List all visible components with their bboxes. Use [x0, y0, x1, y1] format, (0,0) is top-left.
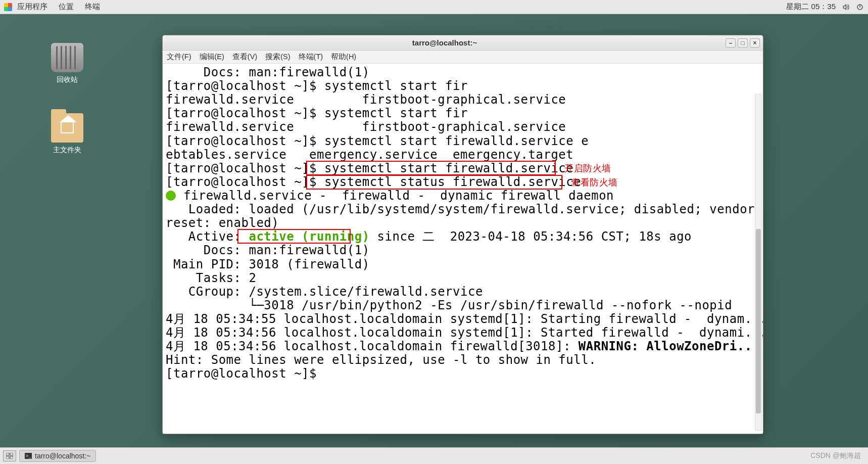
term-line: Tasks: 2: [166, 271, 760, 285]
folder-home-icon: [51, 113, 83, 143]
menu-search[interactable]: 搜索(S): [265, 52, 290, 62]
term-line: firewalld.service firstboot-graphical.se…: [166, 120, 760, 134]
desktop-home-folder[interactable]: 主文件夹: [44, 113, 90, 155]
clock-label[interactable]: 星期二 05：35: [786, 2, 836, 12]
volume-icon[interactable]: [842, 3, 850, 11]
term-line: firewalld.service firstboot-graphical.se…: [166, 93, 760, 107]
term-line: ebtables.service emergency.service emerg…: [166, 148, 760, 162]
window-title: tarro@localhost:~: [166, 38, 724, 47]
term-line: Hint: Some lines were ellipsized, use -l…: [166, 353, 760, 367]
menu-terminal[interactable]: 终端: [85, 2, 100, 12]
scrollbar-thumb[interactable]: [756, 229, 761, 413]
menu-help[interactable]: 帮助(H): [331, 52, 356, 62]
term-line: Docs: man:firewalld(1): [166, 244, 760, 257]
term-line: [tarro@localhost ~]$ systemctl start fir…: [166, 134, 760, 148]
terminal-content[interactable]: Docs: man:firewalld(1) [tarro@localhost …: [163, 64, 763, 434]
trash-icon: [51, 43, 83, 72]
svg-rect-4: [10, 456, 13, 459]
menu-places[interactable]: 位置: [59, 2, 74, 12]
term-line: reset: enabled): [166, 216, 760, 230]
term-line: Main PID: 3018 (firewalld): [166, 258, 760, 271]
menu-terminal[interactable]: 终端(T): [299, 52, 323, 62]
terminal-window: tarro@localhost:~ – □ × 文件(F) 编辑(E) 查看(V…: [162, 35, 763, 434]
term-prompt: [tarro@localhost ~]$: [166, 367, 760, 381]
svg-text:>_: >_: [26, 453, 31, 458]
terminal-menubar: 文件(F) 编辑(E) 查看(V) 搜索(S) 终端(T) 帮助(H): [163, 51, 763, 64]
window-close-button[interactable]: ×: [750, 38, 760, 48]
svg-rect-2: [10, 453, 13, 455]
window-titlebar[interactable]: tarro@localhost:~ – □ ×: [163, 35, 763, 51]
watermark-label: CSDN @鲍海超: [810, 451, 865, 460]
term-line: CGroup: /system.slice/firewalld.service: [166, 285, 760, 299]
term-line: firewalld.service - firewalld - dynamic …: [166, 189, 760, 203]
term-line: 4月 18 05:34:56 localhost.localdomain fir…: [166, 340, 760, 353]
status-dot-icon: [166, 191, 176, 201]
term-line-start-cmd: [tarro@localhost ~]$ systemctl start fir…: [166, 162, 760, 175]
term-line-status-cmd: [tarro@localhost ~]$ systemctl status fi…: [166, 175, 760, 189]
svg-rect-3: [6, 456, 9, 459]
desktop-trash-label: 回收站: [44, 75, 90, 84]
desktop-home-label: 主文件夹: [44, 146, 90, 155]
term-line: Docs: man:firewalld(1): [166, 66, 760, 79]
term-line: 4月 18 05:34:55 localhost.localdomain sys…: [166, 312, 760, 326]
term-line: 4月 18 05:34:56 localhost.localdomain sys…: [166, 326, 760, 340]
desktop-trash[interactable]: 回收站: [44, 43, 90, 84]
window-maximize-button[interactable]: □: [738, 38, 748, 48]
bottom-panel: >_ tarro@localhost:~ CSDN @鲍海超: [0, 447, 868, 464]
terminal-scrollbar[interactable]: [755, 94, 762, 431]
term-line: └─3018 /usr/bin/python2 -Es /usr/sbin/fi…: [166, 299, 760, 312]
menu-view[interactable]: 查看(V): [232, 52, 257, 62]
power-icon[interactable]: [856, 3, 864, 11]
term-line: [tarro@localhost ~]$ systemctl start fir: [166, 107, 760, 120]
workspace-switcher[interactable]: [3, 450, 16, 461]
window-minimize-button[interactable]: –: [726, 38, 736, 48]
term-line-active: Active: active (running) since 二 2023-04…: [166, 230, 760, 244]
taskbar-item-terminal[interactable]: >_ tarro@localhost:~: [19, 450, 96, 462]
term-line: [tarro@localhost ~]$ systemctl start fir: [166, 79, 760, 93]
taskbar-item-label: tarro@localhost:~: [35, 452, 90, 460]
top-panel: 应用程序 位置 终端 星期二 05：35: [0, 0, 868, 14]
menu-applications[interactable]: 应用程序: [17, 2, 47, 12]
panel-app-menu: 应用程序 位置 终端: [17, 2, 100, 12]
os-logo-icon: [4, 3, 12, 11]
menu-edit[interactable]: 编辑(E): [200, 52, 224, 62]
term-line: Loaded: loaded (/usr/lib/systemd/system/…: [166, 203, 760, 216]
svg-rect-1: [6, 453, 9, 455]
menu-file[interactable]: 文件(F): [167, 52, 191, 62]
terminal-icon: >_: [25, 453, 32, 459]
